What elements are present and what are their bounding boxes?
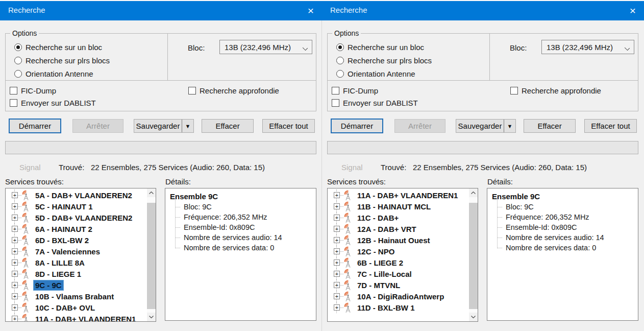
effacer-button[interactable]: Effacer [202,119,254,133]
tree-item[interactable]: + 5D - DAB+ VLAANDEREN2 [6,212,147,223]
close-icon[interactable]: × [626,4,640,18]
tree-item[interactable]: + 11D - BXL-BW 1 [328,302,469,313]
arreter-button[interactable]: Arrêter [394,119,445,133]
checkbox-icon[interactable] [332,87,339,94]
expand-plus-icon[interactable]: + [334,259,340,266]
checkbox-fic-dump[interactable]: FIC-Dump [10,86,56,95]
scroll-down-icon[interactable] [147,313,156,321]
expand-plus-icon[interactable]: + [12,304,18,311]
tree-scrollbar[interactable] [469,188,478,321]
bloc-dropdown[interactable]: 13B (232,496 MHz) [541,40,634,54]
radio-icon[interactable] [336,57,344,64]
tree-item[interactable]: + 11B - HAINAUT MCL [328,201,469,212]
tree-item[interactable]: + 11A - DAB+ VLAANDEREN1 [328,190,469,201]
tree-item-label[interactable]: 8A - LILLE 8A [34,258,86,268]
expand-plus-icon[interactable]: + [12,293,18,299]
tree-scrollbar[interactable] [147,188,156,321]
tree-item[interactable]: + 5A - DAB+ VLAANDEREN2 [6,190,147,201]
tree-item[interactable]: + 12B - Hainaut Ouest [328,234,469,246]
tree-item[interactable]: + 9C - 9C [6,279,147,291]
radio-selected-icon[interactable] [14,43,22,51]
expand-plus-icon[interactable]: + [12,226,18,232]
tree-item-label[interactable]: 6A - HAINAUT 2 [34,224,94,234]
checkbox-icon[interactable] [10,99,17,107]
checkbox-recherche-approfondie[interactable]: Recherche approfondie [510,86,601,95]
radio-icon[interactable] [14,57,22,64]
tree-item-label[interactable]: 9C - 9C [34,280,63,290]
expand-plus-icon[interactable]: + [12,248,18,254]
tree-item[interactable]: + 10C - DAB+ OVL [6,302,147,313]
tree-item-label[interactable]: 11B - HAINAUT MCL [356,202,432,211]
tree-item[interactable]: + 6B - LIEGE 2 [328,257,469,268]
sauvegarder-split-button[interactable]: Sauvegarder ▼ [134,119,194,133]
dropdown-arrow-icon[interactable]: ▼ [504,123,515,129]
bloc-dropdown[interactable]: 13B (232,496 MHz) [219,40,312,54]
effacer-button[interactable]: Effacer [524,119,576,133]
scrollbar-thumb[interactable] [147,203,156,309]
tree-item[interactable]: + 11A - DAB+ VLAANDEREN1 [6,313,147,322]
tree-item[interactable]: + 5C - HAINAUT 1 [6,201,147,212]
tree-item-label[interactable]: 11A - DAB+ VLAANDEREN1 [356,191,459,200]
checkbox-icon[interactable] [332,99,339,107]
radio-search-multi-blocs[interactable]: Recherche sur plrs blocs [14,55,110,65]
titlebar[interactable]: Recherche × [0,0,322,20]
tree-item-label[interactable]: 12A - DAB+ VRT [356,224,418,234]
tree-item-label[interactable]: 6D - BXL-BW 2 [34,235,90,245]
tree-item-label[interactable]: 5D - DAB+ VLAANDEREN2 [34,213,134,223]
checkbox-envoyer-dablist[interactable]: Envoyer sur DABLIST [332,98,418,107]
scroll-up-icon[interactable] [469,188,478,197]
tree-item-label[interactable]: 10C - DAB+ OVL [34,303,96,313]
radio-antenna-orientation[interactable]: Orientation Antenne [336,68,415,79]
tree-item[interactable]: + 7A - Valenciennes [6,246,147,257]
checkbox-fic-dump[interactable]: FIC-Dump [332,86,378,95]
radio-search-one-bloc[interactable]: Recherche sur un bloc [14,42,102,52]
close-icon[interactable]: × [304,4,318,18]
checkbox-envoyer-dablist[interactable]: Envoyer sur DABLIST [10,98,96,107]
tree-item[interactable]: + 7C - Lille-Local [328,268,469,279]
tree-item-label[interactable]: 11A - DAB+ VLAANDEREN1 [34,314,137,322]
tree-item[interactable]: + 12C - NPO [328,246,469,257]
sauvegarder-split-button[interactable]: Sauvegarder ▼ [456,119,516,133]
tree-item-label[interactable]: 7D - MTVNL [356,280,402,290]
expand-plus-icon[interactable]: + [12,316,18,322]
tree-item-label[interactable]: 8D - LIEGE 1 [34,269,83,279]
tree-item-label[interactable]: 7C - Lille-Local [356,269,413,279]
titlebar[interactable]: Recherche × [322,0,644,20]
tree-item-label[interactable]: 7A - Valenciennes [34,247,102,256]
checkbox-icon[interactable] [188,87,196,94]
scrollbar-thumb[interactable] [469,203,478,309]
tree-item[interactable]: + 11C - DAB+ [328,212,469,223]
checkbox-icon[interactable] [510,87,518,94]
expand-plus-icon[interactable]: + [334,192,340,198]
expand-plus-icon[interactable]: + [334,271,340,277]
expand-plus-icon[interactable]: + [334,203,340,209]
scroll-up-icon[interactable] [147,188,156,197]
checkbox-recherche-approfondie[interactable]: Recherche approfondie [188,86,279,95]
expand-plus-icon[interactable]: + [334,248,340,254]
expand-plus-icon[interactable]: + [334,282,340,288]
expand-plus-icon[interactable]: + [12,259,18,266]
expand-plus-icon[interactable]: + [12,215,18,221]
expand-plus-icon[interactable]: + [12,237,18,243]
tree-item[interactable]: + 8A - LILLE 8A [6,257,147,268]
tree-item[interactable]: + 10A - DigiRadioAntwerp [328,291,469,302]
radio-selected-icon[interactable] [336,43,344,51]
tree-item-label[interactable]: 12B - Hainaut Ouest [356,235,432,245]
radio-icon[interactable] [336,70,344,78]
expand-plus-icon[interactable]: + [334,293,340,299]
effacer-tout-button[interactable]: Effacer tout [584,119,637,133]
tree-item-label[interactable]: 10A - DigiRadioAntwerp [356,292,445,301]
tree-item-label[interactable]: 10B - Vlaams Brabant [34,292,115,301]
tree-item-label[interactable]: 11D - BXL-BW 1 [356,303,416,313]
tree-item[interactable]: + 12A - DAB+ VRT [328,223,469,234]
tree-item-label[interactable]: 11C - DAB+ [356,213,400,223]
dropdown-arrow-icon[interactable]: ▼ [182,123,193,129]
tree-item-label[interactable]: 12C - NPO [356,247,396,256]
arreter-button[interactable]: Arrêter [72,119,123,133]
tree-item[interactable]: + 8D - LIEGE 1 [6,268,147,279]
tree-item[interactable]: + 6A - HAINAUT 2 [6,223,147,234]
scroll-down-icon[interactable] [469,313,478,321]
tree-item[interactable]: + 7D - MTVNL [328,279,469,291]
expand-plus-icon[interactable]: + [334,237,340,243]
tree-item-label[interactable]: 6B - LIEGE 2 [356,258,405,268]
